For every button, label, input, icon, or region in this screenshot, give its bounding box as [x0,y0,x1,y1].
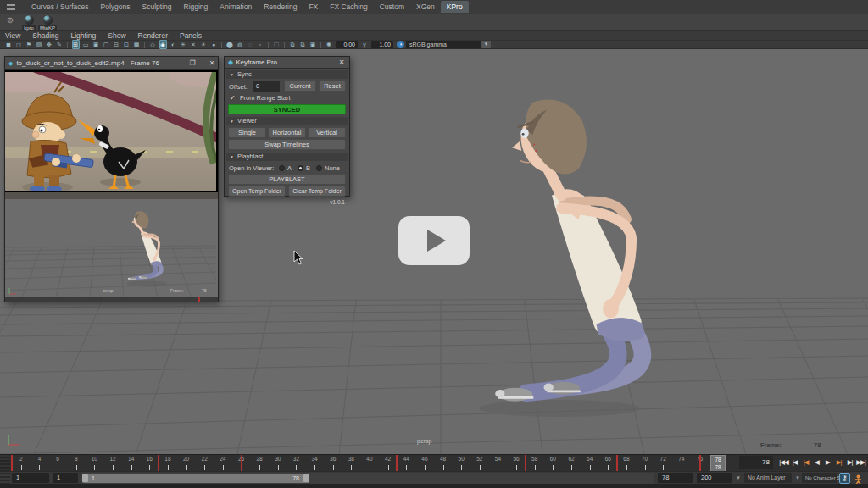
animation-end-field[interactable]: 200 [697,473,732,483]
safe-action-icon[interactable]: ⊡ [123,41,131,48]
chevron-down-icon[interactable]: ▼ [481,41,491,48]
step-back-key-button[interactable]: |◀ [800,455,811,469]
vertical-button[interactable]: Vertical [308,127,346,138]
panel-menu-shading[interactable]: Shading [32,31,58,40]
field-chart-icon[interactable]: ⊟ [113,41,120,48]
tab-xgen[interactable]: XGen [410,1,441,13]
step-forward-frame-button[interactable]: ▶| [844,455,855,469]
radio-option-b[interactable]: B [298,164,310,172]
resolution-gate-icon[interactable]: ▣ [92,41,100,48]
range-slider-track[interactable]: 1 78 [81,473,654,484]
use-all-lights-icon[interactable]: ✳ [180,41,187,48]
panel-menu-view[interactable]: View [5,31,20,40]
keyframe-pro-titlebar[interactable]: ◆ Keyframe Pro ✕ [225,57,349,69]
timeline-track[interactable]: 2468101214161820222426283032343638404244… [10,455,736,472]
play-backwards-button[interactable]: ◀ [811,455,822,469]
textured-icon[interactable]: ◐ [170,41,177,48]
mini-timeline[interactable] [5,297,218,302]
play-overlay-button[interactable] [398,216,470,265]
step-forward-key-button[interactable]: ▶| [833,455,844,469]
playback-end-field[interactable]: 78 [658,473,693,483]
reference-window-titlebar[interactable]: ◆ to_duck_or_not_to_duck_edit2.mp4 - Fra… [5,57,218,70]
tab-animation[interactable]: Animation [214,1,258,13]
tab-fx[interactable]: FX [303,1,324,13]
xray-icon[interactable]: ▫ [257,41,264,48]
occlusion-icon[interactable]: ☀ [200,41,208,48]
reset-button[interactable]: Reset [319,80,346,92]
tab-kpro[interactable]: KPro [441,1,469,13]
step-back-frame-button[interactable]: |◀ [789,455,800,469]
shadows-icon[interactable]: ✕ [190,41,198,48]
panel-menu-panels[interactable]: Panels [180,31,202,40]
animation-preferences-icon[interactable] [853,473,864,484]
bookmark-icon[interactable]: ⚑ [25,41,33,48]
open-temp-folder-button[interactable]: Open Temp Folder [228,186,286,197]
tab-rigging[interactable]: Rigging [178,1,214,13]
current-frame-field[interactable]: 78 [739,456,773,469]
reference-video-window[interactable]: ◆ to_duck_or_not_to_duck_edit2.mp4 - Fra… [4,56,219,302]
minimize-icon[interactable]: – [163,57,176,69]
current-button[interactable]: Current [284,80,316,92]
grid-icon[interactable]: ⊞ [72,40,80,49]
anim-layer-select[interactable]: No Anim Layer [744,473,792,483]
clear-temp-folder-button[interactable]: Clear Temp Folder [288,186,346,197]
menu-hamburger-icon[interactable] [7,4,15,10]
close-icon[interactable]: ✕ [336,57,348,68]
shelf-item-mtokp[interactable]: MtoKP [39,14,56,30]
reference-video-frame[interactable] [5,70,218,192]
chevron-down-icon[interactable]: ▼ [736,475,741,480]
playblast-button[interactable]: PLAYBLAST [228,174,346,185]
swap-timelines-button[interactable]: Swap Timelines [228,139,346,150]
isolate-select-icon[interactable]: ◌ [247,41,254,48]
tab-curves-surfaces[interactable]: Curves / Surfaces [25,1,95,13]
select-object-icon[interactable]: ⬚ [273,41,281,48]
go-to-end-button[interactable]: ▶▶| [855,455,866,469]
character-3d[interactable] [495,99,644,401]
camera-attributes-icon[interactable]: ◻ [15,41,23,48]
motion-blur-icon[interactable]: ● [210,41,218,48]
tab-fx-caching[interactable]: FX Caching [324,1,373,13]
playback-start-field[interactable]: 1 [53,473,78,483]
range-end-handle[interactable] [303,474,309,482]
offset-input[interactable]: 0 [253,81,280,92]
play-forwards-button[interactable]: ▶ [822,455,833,469]
panel-menu-show[interactable]: Show [108,31,125,40]
current-frame-playhead[interactable]: 7878 [710,455,726,472]
gamma-field[interactable]: 1.00 [371,41,393,48]
viewer-section-header[interactable]: ▼Viewer [226,117,348,125]
tab-polygons[interactable]: Polygons [95,1,136,13]
shelf-item-kpro[interactable]: kpro [20,14,37,30]
copy-view-icon[interactable]: ⧉ [289,41,297,48]
exposure-icon[interactable]: ✺ [326,41,333,48]
close-icon[interactable]: ✕ [205,57,219,69]
color-space-select[interactable]: sRGB gamma [406,41,481,48]
from-range-start-checkbox[interactable]: ✓ From Range Start [230,94,291,102]
horizontal-button[interactable]: Horizontal [268,127,306,138]
tab-rendering[interactable]: Rendering [258,1,303,13]
safe-title-icon[interactable]: ▦ [133,41,141,48]
gear-icon[interactable]: ⚙ [7,17,14,25]
multisample-icon[interactable]: ⬤ [226,41,234,48]
range-start-handle[interactable] [82,474,88,482]
2d-pan-zoom-icon[interactable]: ✥ [46,41,53,48]
go-to-start-button[interactable]: |◀◀ [778,455,789,469]
maximize-icon[interactable]: ❐ [186,57,199,69]
playblast-section-header[interactable]: ▼Playblast [226,152,348,161]
grease-pencil-icon[interactable]: ✎ [56,41,64,48]
range-slider-range[interactable]: 1 78 [82,474,309,483]
panel-menu-renderer[interactable]: Renderer [138,31,168,40]
paste-view-icon[interactable]: ⧉ [299,41,307,48]
gate-mask-icon[interactable]: ▢ [103,41,110,48]
animation-start-field[interactable]: 1 [12,473,49,483]
depth-of-field-icon[interactable]: ◍ [236,41,244,48]
radio-option-a[interactable]: A [279,164,292,172]
time-slider[interactable]: 2468101214161820222426283032343638404244… [0,454,868,471]
snap-view-icon[interactable]: ◼ [5,41,13,48]
character-set-select[interactable]: No Character Set [802,473,837,483]
reference-mini-viewport[interactable]: persp Frame: 78 [5,199,218,297]
panel-menu-lighting[interactable]: Lighting [70,31,96,40]
auto-key-toggle-icon[interactable]: ⚷ [839,473,850,484]
wireframe-icon[interactable]: ◇ [149,41,157,48]
film-gate-icon[interactable]: ▭ [82,41,90,48]
chevron-down-icon[interactable]: ▼ [795,475,800,480]
